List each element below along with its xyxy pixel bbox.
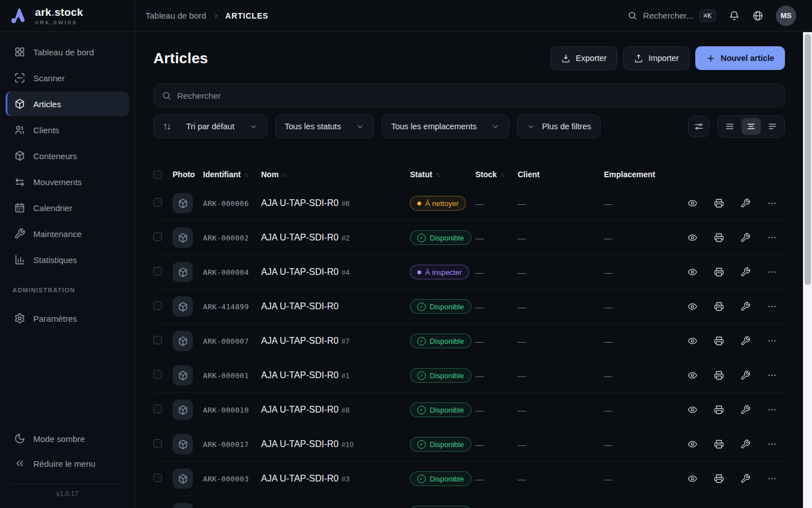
sort-dropdown[interactable]: Tri par défaut (153, 115, 267, 138)
more-actions-icon[interactable] (767, 198, 777, 208)
print-icon[interactable] (714, 439, 724, 449)
more-filters-button[interactable]: Plus de filtres (517, 115, 601, 138)
print-icon[interactable] (714, 301, 724, 312)
maintenance-wrench-icon[interactable] (740, 301, 751, 312)
maintenance-wrench-icon[interactable] (740, 474, 751, 484)
column-statut[interactable]: Statut↑↓ (410, 170, 475, 179)
sidebar-item-clients[interactable]: Clients (6, 117, 129, 142)
row-checkbox[interactable] (153, 198, 162, 207)
table-row[interactable]: ARK-000017 AJA U-TAP-SDI-R0#10 Disponibl… (153, 427, 785, 461)
view-eye-icon[interactable] (687, 405, 698, 415)
table-row[interactable]: Disponible (153, 496, 785, 508)
photo-thumbnail[interactable] (173, 503, 193, 508)
row-checkbox[interactable] (153, 405, 162, 413)
print-icon[interactable] (714, 474, 724, 484)
row-checkbox[interactable] (153, 267, 162, 275)
photo-thumbnail[interactable] (173, 434, 193, 454)
view-eye-icon[interactable] (687, 301, 698, 312)
more-actions-icon[interactable] (767, 439, 777, 449)
global-search[interactable]: Rechercher... ⌘K (628, 10, 716, 22)
view-eye-icon[interactable] (687, 233, 698, 243)
articles-search[interactable] (153, 84, 785, 107)
collapse-menu-button[interactable]: Réduire le menu (6, 451, 129, 476)
sidebar-item-tableau-de-bord[interactable]: Tableau de bord (6, 40, 129, 64)
view-eye-icon[interactable] (687, 198, 698, 208)
row-checkbox[interactable] (153, 439, 162, 448)
view-eye-icon[interactable] (687, 439, 698, 449)
photo-thumbnail[interactable] (173, 227, 193, 248)
maintenance-wrench-icon[interactable] (740, 405, 751, 415)
row-checkbox[interactable] (153, 233, 162, 241)
photo-thumbnail[interactable] (173, 400, 193, 420)
density-comfortable-button[interactable] (720, 118, 739, 135)
print-icon[interactable] (714, 198, 724, 208)
brand[interactable]: ark.stock ARK.SWISS (0, 0, 135, 31)
maintenance-wrench-icon[interactable] (740, 370, 751, 380)
more-actions-icon[interactable] (767, 233, 777, 243)
row-checkbox[interactable] (153, 370, 162, 379)
sidebar-item-maintenance[interactable]: Maintenance (6, 221, 129, 246)
row-checkbox[interactable] (153, 474, 162, 482)
language-globe-icon[interactable] (752, 10, 764, 21)
sidebar-item-calendrier[interactable]: Calendrier (6, 195, 129, 220)
maintenance-wrench-icon[interactable] (740, 233, 751, 243)
scrollbar-thumb[interactable] (805, 34, 811, 285)
print-icon[interactable] (714, 267, 724, 277)
photo-thumbnail[interactable] (173, 296, 193, 317)
photo-thumbnail[interactable] (173, 468, 193, 489)
print-icon[interactable] (714, 233, 724, 243)
print-icon[interactable] (714, 370, 724, 380)
view-eye-icon[interactable] (687, 370, 698, 380)
breadcrumb-root[interactable]: Tableau de bord (145, 11, 206, 20)
scrollbar-track[interactable] (803, 32, 812, 508)
photo-thumbnail[interactable] (173, 193, 193, 213)
dark-mode-toggle[interactable]: Mode sombre (6, 426, 129, 451)
import-button[interactable]: Importer (623, 46, 690, 70)
location-filter-dropdown[interactable]: Tous les emplacements (382, 115, 510, 138)
table-row[interactable]: ARK-000006 AJA U-TAP-SDI-R0#6 À nettoyer… (153, 186, 785, 220)
table-row[interactable]: ARK-000010 AJA U-TAP-SDI-R0#8 Disponible… (153, 392, 785, 427)
select-all-checkbox[interactable] (153, 170, 162, 179)
maintenance-wrench-icon[interactable] (740, 336, 751, 346)
photo-thumbnail[interactable] (173, 331, 193, 351)
row-checkbox[interactable] (153, 336, 162, 344)
print-icon[interactable] (714, 336, 724, 346)
user-avatar[interactable]: MS (776, 6, 796, 26)
maintenance-wrench-icon[interactable] (740, 198, 751, 208)
view-eye-icon[interactable] (687, 267, 698, 277)
table-row[interactable]: ARK-000001 AJA U-TAP-SDI-R0#1 Disponible… (153, 358, 785, 392)
sidebar-item-mouvements[interactable]: Mouvements (6, 169, 129, 194)
table-row[interactable]: ARK-414899 AJA U-TAP-SDI-R0 Disponible —… (153, 289, 785, 323)
column-stock[interactable]: Stock↑↓ (475, 170, 518, 179)
more-actions-icon[interactable] (767, 370, 777, 380)
table-row[interactable]: ARK-000007 AJA U-TAP-SDI-R0#7 Disponible… (153, 323, 785, 358)
photo-thumbnail[interactable] (173, 262, 193, 282)
density-standard-button[interactable] (742, 118, 761, 135)
more-actions-icon[interactable] (767, 267, 777, 277)
table-row[interactable]: ARK-000002 AJA U-TAP-SDI-R0#2 Disponible… (153, 220, 785, 255)
photo-thumbnail[interactable] (173, 365, 193, 386)
sidebar-item-scanner[interactable]: Scanner (6, 65, 129, 90)
articles-search-input[interactable] (177, 91, 776, 100)
view-eye-icon[interactable] (687, 474, 698, 484)
more-actions-icon[interactable] (767, 474, 777, 484)
sidebar-item-statistiques[interactable]: Statistiques (6, 247, 129, 272)
column-nom[interactable]: Nom↑↓ (261, 170, 410, 179)
more-actions-icon[interactable] (767, 301, 777, 312)
table-row[interactable]: ARK-000004 AJA U-TAP-SDI-R0#4 À inspecte… (153, 255, 785, 289)
column-settings-button[interactable] (688, 116, 709, 137)
row-checkbox[interactable] (153, 301, 162, 310)
more-actions-icon[interactable] (767, 405, 777, 415)
maintenance-wrench-icon[interactable] (740, 267, 751, 277)
table-row[interactable]: ARK-000003 AJA U-TAP-SDI-R0#3 Disponible… (153, 461, 785, 496)
status-filter-dropdown[interactable]: Tous les statuts (275, 115, 374, 138)
notifications-bell-icon[interactable] (729, 10, 740, 21)
density-compact-button[interactable] (763, 118, 782, 135)
sidebar-item-parametres[interactable]: Paramètres (6, 306, 129, 331)
new-article-button[interactable]: Nouvel article (695, 46, 785, 70)
maintenance-wrench-icon[interactable] (740, 439, 751, 449)
view-eye-icon[interactable] (687, 336, 698, 346)
export-button[interactable]: Exporter (550, 46, 617, 70)
more-actions-icon[interactable] (767, 336, 777, 346)
print-icon[interactable] (714, 405, 724, 415)
